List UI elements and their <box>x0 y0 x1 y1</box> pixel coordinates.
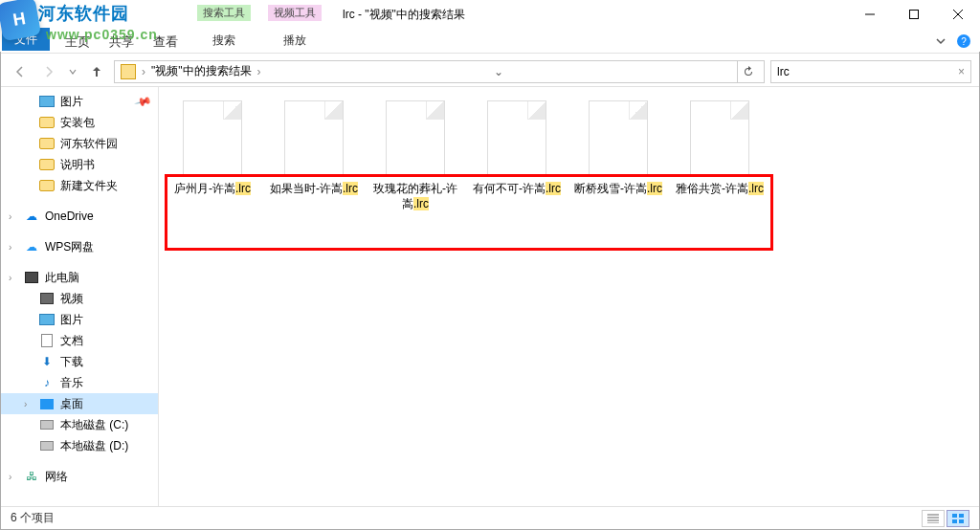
sidebar-item-wps[interactable]: ›☁WPS网盘 <box>1 236 158 257</box>
folder-icon <box>121 64 136 79</box>
watermark-logo-square: H <box>0 0 41 41</box>
address-bar[interactable]: › "视频"中的搜索结果 › ⌄ <box>114 60 765 83</box>
navigation-bar: › "视频"中的搜索结果 › ⌄ × <box>1 56 979 87</box>
files-grid: 庐州月-许嵩.lrc如果当时-许嵩.lrc玫瑰花的葬礼-许嵩.lrc有何不可-许… <box>168 100 969 211</box>
disk-icon <box>39 438 55 453</box>
explorer-window: 文件 主页 共享 查看 搜索工具 搜索 视频工具 播放 lrc - "视频"中的… <box>0 0 980 530</box>
file-label: 如果当时-许嵩.lrc <box>270 181 358 196</box>
chevron-right-icon: › <box>9 472 11 482</box>
view-details-button[interactable] <box>922 510 945 527</box>
window-title: lrc - "视频"中的搜索结果 <box>329 7 465 51</box>
minimize-button[interactable] <box>848 0 892 29</box>
file-icon <box>690 100 749 177</box>
network-icon: 🖧 <box>24 469 39 484</box>
window-controls <box>848 0 980 29</box>
sidebar-item-manual[interactable]: 说明书 <box>1 154 158 175</box>
sidebar-item-pictures-2[interactable]: 图片 <box>1 309 158 330</box>
pc-icon <box>24 270 39 285</box>
context-tab-search-label: 搜索 <box>212 33 235 49</box>
view-buttons <box>922 510 969 527</box>
chevron-right-icon: › <box>9 273 11 283</box>
video-icon <box>39 291 55 306</box>
disk-icon <box>39 417 55 432</box>
refresh-button[interactable] <box>737 61 758 82</box>
file-label: 有何不可-许嵩.lrc <box>473 181 561 196</box>
context-tab-video[interactable]: 视频工具 播放 <box>260 3 329 51</box>
file-label: 庐州月-许嵩.lrc <box>174 181 251 196</box>
clear-search-button[interactable]: × <box>958 65 965 78</box>
body-area: 图片📌 安装包 河东软件园 说明书 新建文件夹 ›☁OneDrive ›☁WPS… <box>1 87 979 506</box>
sidebar-item-install[interactable]: 安装包 <box>1 112 158 133</box>
wps-icon: ☁ <box>24 239 39 254</box>
search-input[interactable] <box>777 65 954 78</box>
watermark-site-name: 河东软件园 <box>38 2 129 25</box>
file-icon <box>487 100 546 177</box>
breadcrumb-sep: › <box>142 65 145 78</box>
file-label: 断桥残雪-许嵩.lrc <box>574 181 662 196</box>
file-item[interactable]: 玫瑰花的葬礼-许嵩.lrc <box>371 100 459 211</box>
navigation-pane[interactable]: 图片📌 安装包 河东软件园 说明书 新建文件夹 ›☁OneDrive ›☁WPS… <box>1 87 159 506</box>
forward-button[interactable] <box>37 60 60 83</box>
context-tab-search[interactable]: 搜索工具 搜索 <box>189 3 258 51</box>
download-icon: ⬇ <box>39 354 55 369</box>
watermark-url: www.pc0359.cn <box>46 27 158 42</box>
breadcrumb-sep-2: › <box>257 65 261 78</box>
sidebar-item-hedong[interactable]: 河东软件园 <box>1 133 158 154</box>
onedrive-icon: ☁ <box>24 209 39 224</box>
chevron-right-icon: › <box>9 242 11 253</box>
sidebar-item-desktop[interactable]: ›桌面 <box>1 393 158 414</box>
svg-rect-2 <box>959 514 964 518</box>
file-label: 玫瑰花的葬礼-许嵩.lrc <box>371 181 459 211</box>
maximize-button[interactable] <box>892 0 936 29</box>
folder-icon <box>39 157 55 172</box>
file-item[interactable]: 断桥残雪-许嵩.lrc <box>574 100 662 211</box>
file-label: 雅俗共赏-许嵩.lrc <box>676 181 764 196</box>
close-button[interactable] <box>936 0 980 29</box>
sidebar-item-pictures[interactable]: 图片📌 <box>1 91 158 112</box>
context-tab-video-title: 视频工具 <box>268 5 322 21</box>
music-icon: ♪ <box>39 375 55 390</box>
pin-icon: 📌 <box>134 92 153 111</box>
file-icon <box>284 100 344 177</box>
sidebar-item-disk-d[interactable]: 本地磁盘 (D:) <box>1 435 158 456</box>
help-icon[interactable]: ? <box>957 34 970 48</box>
sidebar-item-downloads[interactable]: ⬇下载 <box>1 351 158 372</box>
context-tab-search-title: 搜索工具 <box>197 5 251 21</box>
up-button[interactable] <box>85 60 108 83</box>
item-count: 6 个项目 <box>11 510 55 526</box>
content-pane[interactable]: 庐州月-许嵩.lrc如果当时-许嵩.lrc玫瑰花的葬礼-许嵩.lrc有何不可-许… <box>159 87 979 506</box>
file-item[interactable]: 有何不可-许嵩.lrc <box>473 100 561 211</box>
view-icons-button[interactable] <box>947 510 969 527</box>
sidebar-item-music[interactable]: ♪音乐 <box>1 372 158 393</box>
file-item[interactable]: 庐州月-许嵩.lrc <box>168 100 256 211</box>
recent-button[interactable] <box>66 60 79 83</box>
file-icon <box>386 100 445 177</box>
desktop-icon <box>39 396 55 411</box>
file-item[interactable]: 如果当时-许嵩.lrc <box>270 100 358 211</box>
sidebar-item-thispc[interactable]: ›此电脑 <box>1 267 158 288</box>
sidebar-item-onedrive[interactable]: ›☁OneDrive <box>1 206 158 227</box>
ribbon-toggle[interactable] <box>934 34 951 52</box>
chevron-right-icon: › <box>24 399 27 409</box>
sidebar-item-videos[interactable]: 视频 <box>1 288 158 309</box>
sidebar-item-disk-c[interactable]: 本地磁盘 (C:) <box>1 414 158 435</box>
folder-icon <box>39 136 55 151</box>
picture-icon <box>39 94 55 109</box>
chevron-right-icon: › <box>9 211 11 222</box>
file-icon <box>183 100 242 177</box>
sidebar-item-network[interactable]: ›🖧网络 <box>1 466 158 487</box>
sidebar-item-documents[interactable]: 文档 <box>1 330 158 351</box>
file-icon <box>589 100 648 177</box>
breadcrumb-item[interactable]: "视频"中的搜索结果 <box>151 63 252 79</box>
folder-icon <box>39 178 55 193</box>
sidebar-item-newfolder[interactable]: 新建文件夹 <box>1 175 158 196</box>
svg-rect-1 <box>952 514 957 518</box>
status-bar: 6 个项目 <box>1 506 979 529</box>
titlebar: 文件 主页 共享 查看 搜索工具 搜索 视频工具 播放 lrc - "视频"中的… <box>0 0 980 52</box>
svg-rect-3 <box>952 519 957 523</box>
back-button[interactable] <box>9 60 32 83</box>
address-dropdown[interactable]: ⌄ <box>494 65 503 78</box>
search-box[interactable]: × <box>770 60 971 83</box>
file-item[interactable]: 雅俗共赏-许嵩.lrc <box>676 100 764 211</box>
picture-icon <box>39 312 55 327</box>
